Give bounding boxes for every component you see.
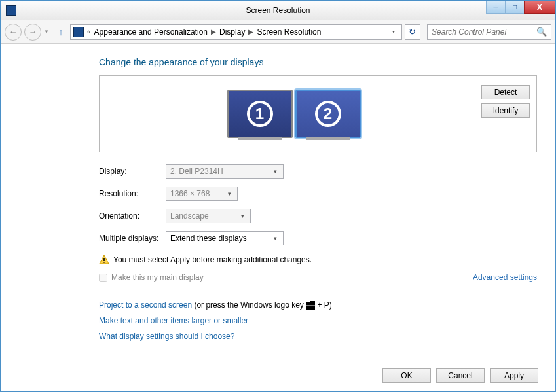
display-value: 2. Dell P2314H	[170, 167, 223, 176]
chevron-down-icon: ▾	[270, 168, 280, 175]
footer: OK Cancel Apply	[1, 359, 555, 391]
display-settings-help-link[interactable]: What display settings should I choose?	[99, 332, 234, 341]
project-suffix-b: + P)	[315, 300, 332, 310]
orientation-label: Orientation:	[99, 211, 166, 221]
main-display-row: Make this my main display Advanced setti…	[99, 273, 537, 289]
orientation-select[interactable]: Landscape ▾	[166, 209, 251, 223]
search-icon[interactable]: 🔍	[536, 27, 547, 37]
display-label: Display:	[99, 167, 166, 176]
monitor-1[interactable]: 1	[227, 90, 293, 138]
main-display-label: Make this my main display	[111, 273, 204, 282]
nav-history-dropdown[interactable]: ▼	[44, 29, 52, 35]
svg-rect-1	[103, 258, 105, 261]
maximize-icon: □	[513, 3, 517, 10]
monitor-1-number: 1	[247, 101, 273, 127]
cancel-button[interactable]: Cancel	[436, 368, 485, 383]
warning-row: You must select Apply before making addi…	[99, 255, 537, 265]
refresh-button[interactable]: ↻	[405, 24, 420, 40]
close-icon: X	[537, 3, 542, 12]
detect-button[interactable]: Detect	[481, 85, 530, 99]
breadcrumb-seg-0[interactable]: Appearance and Personalization	[94, 27, 208, 37]
content: Change the appearance of your displays 1…	[1, 44, 555, 359]
navbar: ← → ▼ ↑ « Appearance and Personalization…	[1, 20, 555, 44]
svg-rect-2	[103, 262, 105, 263]
chevron-down-icon: ▾	[270, 235, 280, 241]
identify-button[interactable]: Identify	[481, 103, 530, 118]
monitor-2-number: 2	[315, 101, 341, 127]
minimize-icon: ─	[493, 3, 498, 10]
monitor-stand	[238, 137, 282, 140]
multiple-displays-label: Multiple displays:	[99, 234, 166, 243]
text-size-link[interactable]: Make text and other items larger or smal…	[99, 316, 248, 325]
warning-icon	[99, 255, 109, 265]
app-icon	[6, 5, 16, 16]
up-icon: ↑	[59, 27, 64, 37]
orientation-value: Landscape	[170, 211, 209, 221]
apply-button[interactable]: Apply	[490, 368, 538, 383]
back-button[interactable]: ←	[5, 24, 22, 41]
refresh-icon: ↻	[409, 27, 416, 37]
warning-text: You must select Apply before making addi…	[113, 255, 312, 264]
maximize-button[interactable]: □	[505, 1, 525, 14]
chevron-down-icon: ▾	[224, 190, 234, 197]
chevron-down-icon: ▾	[237, 213, 248, 219]
breadcrumb-prefix: «	[87, 28, 91, 35]
forward-button[interactable]: →	[24, 24, 41, 41]
resolution-select[interactable]: 1366 × 768 ▾	[166, 187, 238, 201]
links-section: Project to a second screen (or press the…	[99, 297, 537, 344]
chevron-right-icon: ▶	[211, 28, 216, 35]
display-arrangement-box[interactable]: 1 2 Detect Identify	[99, 75, 537, 152]
main-display-checkbox	[99, 274, 107, 282]
titlebar: Screen Resolution ─ □ X	[1, 1, 555, 20]
project-suffix-a: (or press the Windows logo key	[192, 300, 306, 310]
address-bar[interactable]: « Appearance and Personalization ▶ Displ…	[70, 24, 402, 40]
window-title: Screen Resolution	[1, 6, 555, 15]
resolution-label: Resolution:	[99, 189, 166, 198]
search-box[interactable]: 🔍	[427, 24, 551, 40]
project-second-screen-link[interactable]: Project to a second screen	[99, 300, 192, 310]
resolution-value: 1366 × 768	[170, 189, 210, 198]
multiple-displays-select[interactable]: Extend these displays ▾	[166, 231, 284, 245]
chevron-right-icon: ▶	[248, 28, 253, 35]
back-icon: ←	[9, 27, 18, 37]
close-button[interactable]: X	[524, 1, 555, 14]
page-title: Change the appearance of your displays	[99, 57, 537, 67]
monitor-stand	[306, 137, 350, 140]
forward-icon: →	[29, 27, 37, 37]
breadcrumb-seg-2[interactable]: Screen Resolution	[257, 27, 321, 37]
up-button[interactable]: ↑	[54, 26, 67, 39]
breadcrumb-seg-1[interactable]: Display	[219, 27, 245, 37]
windows-logo-icon	[306, 301, 315, 310]
address-dropdown[interactable]: ▾	[388, 25, 399, 39]
display-select[interactable]: 2. Dell P2314H ▾	[166, 164, 284, 179]
svg-rect-3	[306, 302, 310, 306]
advanced-settings-link[interactable]: Advanced settings	[473, 273, 537, 282]
minimize-button[interactable]: ─	[486, 1, 506, 14]
address-icon	[73, 27, 84, 37]
svg-rect-5	[306, 306, 310, 310]
ok-button[interactable]: OK	[382, 368, 431, 383]
search-input[interactable]	[432, 27, 536, 37]
multiple-displays-value: Extend these displays	[170, 234, 247, 243]
monitor-2[interactable]: 2	[295, 90, 361, 138]
